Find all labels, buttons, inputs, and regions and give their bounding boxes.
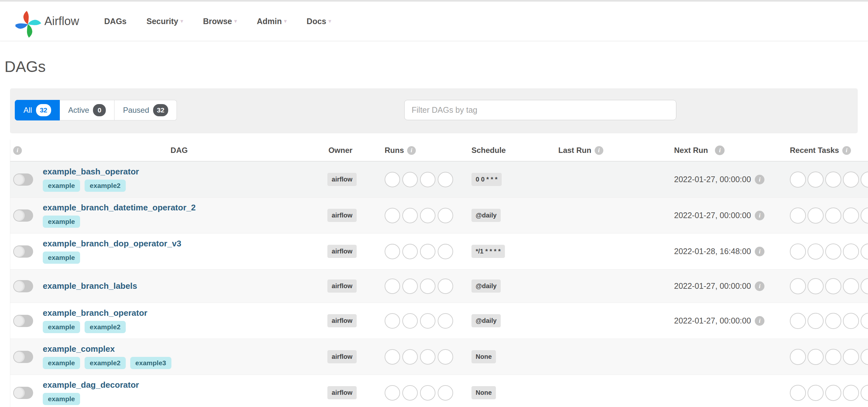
- run-status-circle[interactable]: [438, 313, 453, 329]
- task-status-circle[interactable]: [843, 385, 859, 401]
- task-status-circle[interactable]: [843, 349, 859, 365]
- run-status-circle[interactable]: [420, 349, 435, 365]
- run-status-circle[interactable]: [402, 313, 418, 329]
- run-status-circle[interactable]: [420, 385, 435, 401]
- next-run-info-icon[interactable]: i: [755, 316, 765, 326]
- tag-pill[interactable]: example2: [85, 357, 126, 369]
- run-status-circle[interactable]: [402, 278, 418, 294]
- task-status-circle[interactable]: [790, 278, 806, 294]
- task-status-circle[interactable]: [790, 385, 806, 401]
- pause-toggle[interactable]: [13, 387, 33, 399]
- tag-pill[interactable]: example: [43, 251, 80, 264]
- schedule-badge[interactable]: @daily: [471, 209, 501, 222]
- run-status-circle[interactable]: [384, 208, 400, 223]
- run-status-circle[interactable]: [438, 349, 453, 365]
- run-status-circle[interactable]: [402, 244, 418, 259]
- run-status-circle[interactable]: [420, 208, 435, 223]
- schedule-badge[interactable]: 0 0 * * *: [471, 173, 502, 186]
- header-dag[interactable]: DAG: [170, 146, 187, 155]
- task-status-circle[interactable]: [843, 313, 859, 329]
- pause-toggle[interactable]: [13, 315, 33, 327]
- tag-pill[interactable]: example: [43, 179, 80, 192]
- schedule-badge[interactable]: None: [471, 386, 496, 399]
- tab-paused[interactable]: Paused32: [115, 100, 177, 121]
- nav-item-docs[interactable]: Docs▾: [307, 17, 331, 26]
- task-status-circle[interactable]: [861, 349, 868, 365]
- task-status-circle[interactable]: [825, 243, 841, 260]
- tab-all[interactable]: All32: [15, 100, 60, 121]
- task-status-circle[interactable]: [790, 172, 806, 188]
- header-runs[interactable]: Runs: [384, 146, 404, 155]
- header-next-run[interactable]: Next Run: [674, 146, 708, 155]
- next-run-info-icon[interactable]: i: [755, 211, 765, 221]
- task-status-circle[interactable]: [843, 207, 859, 224]
- schedule-badge[interactable]: */1 * * * *: [471, 245, 505, 258]
- nav-item-dags[interactable]: DAGs: [104, 17, 126, 26]
- task-status-circle[interactable]: [843, 278, 859, 294]
- task-status-circle[interactable]: [790, 243, 806, 260]
- task-status-circle[interactable]: [861, 385, 868, 401]
- run-status-circle[interactable]: [384, 172, 400, 187]
- run-status-circle[interactable]: [402, 385, 418, 401]
- schedule-badge[interactable]: @daily: [471, 314, 501, 327]
- nav-item-browse[interactable]: Browse▾: [203, 17, 237, 26]
- tag-pill[interactable]: example2: [85, 179, 126, 192]
- header-schedule[interactable]: Schedule: [471, 146, 506, 155]
- dag-link[interactable]: example_dag_decorator: [43, 380, 139, 390]
- pause-toggle[interactable]: [13, 245, 33, 258]
- task-status-circle[interactable]: [808, 172, 824, 188]
- task-status-circle[interactable]: [825, 385, 841, 401]
- task-status-circle[interactable]: [843, 243, 859, 260]
- task-status-circle[interactable]: [808, 278, 824, 294]
- task-status-circle[interactable]: [808, 207, 824, 224]
- schedule-badge[interactable]: None: [471, 350, 496, 363]
- run-status-circle[interactable]: [384, 349, 400, 365]
- run-status-circle[interactable]: [384, 278, 400, 294]
- task-status-circle[interactable]: [790, 313, 806, 329]
- run-status-circle[interactable]: [438, 172, 453, 187]
- tab-active[interactable]: Active0: [60, 100, 115, 121]
- task-status-circle[interactable]: [808, 349, 824, 365]
- tag-pill[interactable]: example: [43, 357, 80, 369]
- pause-toggle[interactable]: [13, 209, 33, 222]
- run-status-circle[interactable]: [384, 244, 400, 259]
- tag-pill[interactable]: example3: [130, 357, 172, 369]
- tag-pill[interactable]: example: [43, 215, 80, 228]
- task-status-circle[interactable]: [790, 349, 806, 365]
- run-status-circle[interactable]: [420, 172, 435, 187]
- dag-link[interactable]: example_complex: [43, 344, 115, 354]
- task-status-circle[interactable]: [861, 207, 868, 224]
- dag-link[interactable]: example_branch_operator: [43, 308, 147, 318]
- run-status-circle[interactable]: [420, 313, 435, 329]
- run-status-circle[interactable]: [402, 208, 418, 223]
- run-status-circle[interactable]: [438, 278, 453, 294]
- task-status-circle[interactable]: [861, 172, 868, 188]
- dag-link[interactable]: example_branch_datetime_operator_2: [43, 203, 195, 213]
- task-status-circle[interactable]: [790, 207, 806, 224]
- task-status-circle[interactable]: [825, 313, 841, 329]
- airflow-brand[interactable]: Airflow: [16, 3, 79, 39]
- task-status-circle[interactable]: [861, 243, 868, 260]
- dag-link[interactable]: example_bash_operator: [43, 167, 139, 177]
- task-status-circle[interactable]: [808, 385, 824, 401]
- run-status-circle[interactable]: [402, 349, 418, 365]
- header-owner[interactable]: Owner: [328, 146, 352, 155]
- run-status-circle[interactable]: [420, 244, 435, 259]
- run-status-circle[interactable]: [384, 313, 400, 329]
- next-run-info-icon[interactable]: i: [755, 175, 765, 184]
- next-run-info-icon[interactable]: i: [755, 281, 765, 291]
- header-recent-tasks[interactable]: Recent Tasks: [790, 146, 839, 155]
- run-status-circle[interactable]: [384, 385, 400, 401]
- runs-info-icon[interactable]: i: [407, 146, 416, 155]
- pause-toggle[interactable]: [13, 173, 33, 186]
- tag-pill[interactable]: example2: [85, 321, 126, 333]
- task-status-circle[interactable]: [861, 278, 868, 294]
- header-last-run[interactable]: Last Run: [558, 146, 591, 155]
- tag-pill[interactable]: example: [43, 393, 80, 405]
- task-status-circle[interactable]: [843, 172, 859, 188]
- run-status-circle[interactable]: [402, 172, 418, 187]
- header-info-icon[interactable]: i: [13, 146, 22, 155]
- next-run-info-icon[interactable]: i: [715, 145, 724, 155]
- dag-link[interactable]: example_branch_labels: [43, 281, 137, 291]
- nav-item-security[interactable]: Security▾: [147, 17, 183, 26]
